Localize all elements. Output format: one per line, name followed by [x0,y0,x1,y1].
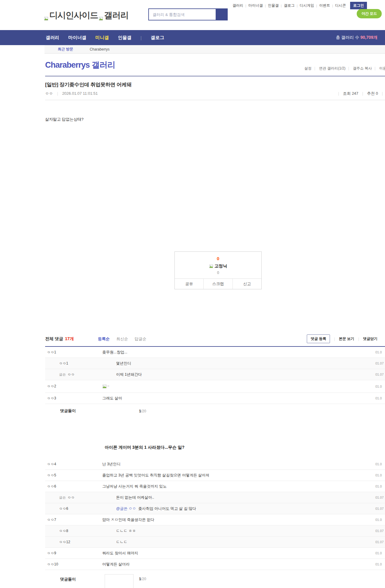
site-logo[interactable]: 디시인사이드 갤러리 [44,10,128,21]
broken-image-icon [99,16,103,21]
comment-total-count: 17개 [65,336,74,342]
nav-item-gallog[interactable]: 갤로그 [151,35,164,41]
comment-pagination[interactable]: 1/20 [139,577,146,581]
comment-row: 글쓴 ㅇㅇ 돈이 없는데 어케살아.. 01.07 [45,492,385,503]
comment-text-body: 얌마 ㅈㅁ인데 죽을생각은 없다 [102,518,154,522]
search-input[interactable] [148,8,216,20]
views-count: 247 [352,91,359,96]
divider: | [140,35,142,40]
sort-tab-newest[interactable]: 최신순 [116,336,128,342]
recent-visit-gallery[interactable]: Charaberrys [90,47,109,51]
upvote-count: 0 [175,252,261,261]
report-button[interactable]: 신고 [233,279,261,289]
comment-writer: ㅇㅇ12 [45,540,116,545]
close-comments-button[interactable]: 댓글닫기 [363,336,377,341]
gallery-settings-link[interactable]: 설정 [304,66,312,70]
broken-image-icon: ** [102,384,109,389]
comment-bot-row: 댓글돌이 1/20 [45,404,385,418]
comment-text-body: 어떻게든 살더라 [102,562,130,566]
post-date: 2026.01.07 11:01:51 [62,91,98,96]
comment-register-button[interactable]: 댓글 등록 [307,334,330,343]
comment-text-body: ㄷㄴㄷ [116,540,128,544]
comment-tools: 댓글 등록 | 본문 보기 | 댓글닫기 [307,334,385,343]
sort-tab-registered[interactable]: 등록순 [98,336,109,342]
divider [45,76,385,76]
sort-tab-replies[interactable]: 답글순 [134,336,146,342]
writer-name: ㅇㅇ7 [47,517,56,522]
comment-text: 뭐라도 찾아서 해야지 [102,551,385,556]
total-gallery-number: 90,709개 [360,35,377,40]
divider: | [338,91,339,96]
comment-text: 졸업하고 3년 공백 잇엇어도 취직함 살길찾으면 어떻게든 살아져 [102,473,385,478]
comment-text-body: 좆무원...창업... [102,350,127,354]
mention-link[interactable]: @글쓴 ㅇㅇ [116,506,136,511]
writer-name: ㅇㅇ6 [59,506,68,511]
comment-timestamp: 01.07 [375,373,384,376]
comment-timestamp: 01.0 [375,551,382,555]
related-gallery-link[interactable]: 연관 갤러리(1/2) [319,66,345,70]
comment-writer: ㅇㅇ5 [45,473,102,478]
comment-pagination[interactable]: 1/20 [139,409,146,413]
comment-bot-image [105,574,134,588]
copy-url-link[interactable]: 갤주소 복사 [353,66,372,70]
post-writer[interactable]: ㅇㅇ [45,91,53,96]
comment-row: ㅇㅇ1 좆무원...창업... 01.0 [45,347,385,358]
comment-timestamp: 01.07 1 [375,540,385,544]
fixed-nickname-vote[interactable]: 고정닉 [175,263,261,269]
comment-text-body: 그냥저냥 사는거지 뭐 죽을것까지 있노 [102,484,167,488]
gallery-header: Charaberrys 갤러리 설정| 연관 갤러리(1/2)| 갤주소 복사|… [45,54,385,72]
comment-bot-name: 댓글돌이 [60,408,76,414]
comment-text-body: 몇년인디 [116,361,131,365]
site-header: 디시인사이드 갤러리 [0,0,385,30]
comment-text-body: 좆사취업 아니어도 먹고 살 길 많다 [138,506,196,511]
post-action-bar: 공유 스크랩 신고 [175,279,261,289]
nav-item-minor[interactable]: 마이너갤 [68,35,86,41]
scrap-button[interactable]: 스크랩 [203,279,232,289]
writer-badge: 글쓴 [59,495,66,500]
writer-name: ㅇㅇ [67,372,75,377]
comment-writer: ㅇㅇ1 [45,350,102,355]
comment-text-body: 돈이 없는데 어케살아.. [116,495,154,500]
comment-timestamp: 01.0 [375,350,382,354]
comment-timestamp: 01.07 [375,362,384,365]
comment-timestamp: 01.07 [375,529,384,533]
comment-timestamp: 01.0 [375,562,382,566]
share-button[interactable]: 공유 [175,279,203,289]
comment-timestamp: 01.0 [375,462,382,466]
search-button[interactable] [216,8,228,20]
view-post-button[interactable]: 본문 보기 [339,336,354,341]
broken-image-icon [209,264,214,269]
comment-writer: ㅇㅇ9 [45,551,102,556]
logo-alt-text: 디시인사이드 [49,10,98,21]
comment-text-body: 이제 1년돼간다 [116,372,142,377]
comment-row: ㅇㅇ2 ** 01.0 [45,380,385,393]
views-label: 조회 [343,91,351,96]
comment-writer: 글쓴 ㅇㅇ [45,372,116,377]
search-box [148,8,228,20]
usage-guide-link[interactable]: 이용안내 [379,66,385,70]
comment-row: ㅇㅇ12 ㄷㄴㄷ 01.07 1 [45,537,385,548]
comment-row: ㅇㅇ1 몇년인디 01.07 [45,358,385,369]
main-content: Charaberrys 갤러리 설정| 연관 갤러리(1/2)| 갤주소 복사|… [45,54,385,588]
comment-row: 글쓴 ㅇㅇ 이제 1년돼간다 01.07 [45,369,385,380]
post-content: 살자말고 답없는상태? 0 고정닉 0 공유 스크랩 신고 [45,117,385,289]
divider: | [358,337,359,341]
ad-headline[interactable]: 아이폰 게이머 3분의 1 사라졌다...무슨 일? [105,445,385,450]
comment-row: ㅇㅇ3 그래도 살아 01.0 [45,393,385,404]
comment-text: ** [102,384,385,389]
comment-writer: ㅇㅇ8 [45,528,116,534]
comment-text-body: 졸업하고 3년 공백 잇엇어도 취직함 살길찾으면 어떻게든 살아져 [102,473,209,477]
likes-label: 추천 [367,91,375,96]
comment-row: ㅇㅇ9 뭐라도 찾아서 해야지 01.0 [45,548,385,559]
comment-text: ㄷㄴㄷ [116,540,385,545]
comment-text: ㄷㄴㄷ ㅎㅎ [116,528,385,534]
comment-text: 돈이 없는데 어케살아.. [116,495,385,500]
nav-item-person[interactable]: 인물갤 [118,35,131,41]
writer-name: ㅇㅇ1 [47,350,56,355]
nav-item-gallery[interactable]: 갤러리 [46,35,59,41]
comment-text: @글쓴 ㅇㅇ 좆사취업 아니어도 먹고 살 길 많다 [116,506,385,511]
comment-bot-name: 댓글돌이 [60,577,76,582]
nav-item-mini[interactable]: 미니갤 [95,35,109,41]
writer-name: ㅇㅇ4 [47,462,56,467]
comment-timestamp: 01.0 [375,518,382,522]
